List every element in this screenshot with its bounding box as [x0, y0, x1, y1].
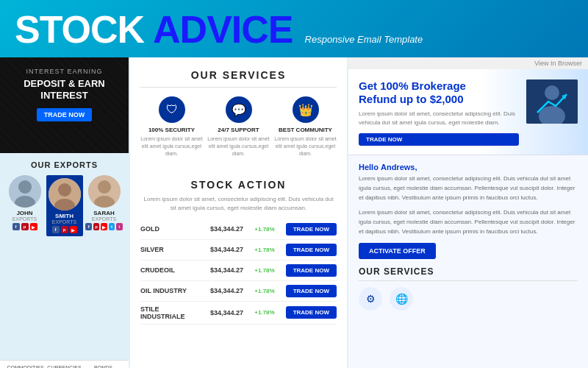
facebook-icon-smith[interactable]: f: [52, 226, 60, 233]
svg-point-4: [58, 183, 71, 197]
service-desc-0: Lorem ipsum dolor sit amet elit amet igu…: [140, 135, 203, 157]
hello-greeting: Hello Andrews,: [359, 163, 578, 171]
right-services-grid: ⚙ 🌐: [359, 287, 578, 311]
right-panel: View In Browser Get 100% Brokerage Refun…: [348, 57, 588, 368]
brokerage-desc: Lorem ipsum dolor sit amet, consectetur …: [359, 110, 519, 127]
commodity-commodities: COMMODITIES 91751.10 EUR: [6, 365, 44, 368]
brokerage-title-suffix: Refund up to $2,000: [359, 93, 464, 105]
commodity-bonds: BONDS 91751.10 EUR: [84, 365, 122, 368]
brokerage-title: Get 100% Brokerage Refund up to $2,000: [359, 79, 519, 106]
trade-btn-crudeoil[interactable]: TRADE NOW: [286, 264, 337, 277]
stock-change-stile: +1.78%: [254, 309, 274, 316]
stock-row-oil: OIL INDUSTRY $34,344.27 +1.78% TRADE NOW: [140, 281, 337, 302]
brokerage-image: [526, 79, 578, 124]
security-icon: 🛡: [159, 96, 185, 123]
stock-row-stile: STILE INDUSTRIALE $34,344.27 +1.78% TRAD…: [140, 302, 337, 325]
service-name-0: 100% SECURITY: [140, 127, 203, 133]
view-in-browser[interactable]: View In Browser: [348, 57, 588, 69]
header-subtitle: Responsive Email Template: [305, 34, 423, 45]
export-label-smith: EXPORTS: [49, 219, 81, 224]
facebook-icon[interactable]: f: [12, 223, 20, 230]
brokerage-title-highlight: 100% Brokerage: [380, 79, 466, 92]
stock-change-gold: +1.78%: [254, 226, 274, 233]
instagram-icon-sarah[interactable]: i: [116, 223, 122, 230]
right-services-title: OUR SERVICES: [359, 266, 578, 281]
pinterest-icon-smith[interactable]: p: [61, 226, 68, 233]
pinterest-icon[interactable]: p: [21, 223, 29, 230]
twitter-icon-sarah[interactable]: t: [109, 223, 115, 230]
header: STOCK ADVICE Responsive Email Template: [0, 0, 588, 57]
commodity-label-2: BONDS: [84, 365, 122, 368]
stock-action-title: STOCK ACTION: [140, 179, 337, 191]
trade-btn-gold[interactable]: TRADE NOW: [286, 223, 337, 236]
trade-btn-silver[interactable]: TRADE NOW: [286, 244, 337, 256]
community-icon: 👑: [293, 96, 319, 123]
trade-btn-stile[interactable]: TRADE NOW: [286, 306, 337, 319]
middle-panel: OUR SERVICES 🛡 100% SECURITY Lorem ipsum…: [130, 57, 347, 368]
hello-section: Hello Andrews, Lorem ipsum dolor sit ame…: [348, 155, 588, 368]
stock-price-oil: $34,344.27: [210, 287, 243, 294]
avatar-john: [9, 175, 41, 208]
service-security: 🛡 100% SECURITY Lorem ipsum dolor sit am…: [140, 96, 203, 157]
banner-subtitle: Interest Earning: [7, 68, 121, 75]
stock-table: GOLD $34,344.27 +1.78% TRADE NOW SILVER …: [140, 219, 337, 325]
export-label-sarah: EXPORTS: [86, 216, 123, 222]
trade-now-button-brokerage[interactable]: TRADE NOW: [359, 133, 519, 146]
svg-point-10: [545, 85, 559, 100]
facebook-icon-sarah[interactable]: f: [85, 223, 91, 230]
banner-title: DEPOSIT & EARN INTEREST: [7, 78, 121, 101]
stock-name-crudeoil: CRUDEOIL: [140, 266, 199, 274]
brokerage-title-prefix: Get: [359, 79, 380, 92]
deposit-banner: Interest Earning DEPOSIT & EARN INTEREST…: [0, 57, 129, 153]
hello-name: Andrews,: [381, 163, 417, 171]
hello-word: Hello: [359, 163, 379, 171]
stock-row-silver: SILVER $34,344.27 +1.78% TRADE NOW: [140, 240, 337, 261]
stock-name-stile: STILE INDUSTRIALE: [140, 305, 199, 320]
export-label-john: EXPORTS: [7, 216, 43, 222]
stock-name-gold: GOLD: [140, 225, 199, 233]
export-card-john: JOHN EXPORTS f p ▶: [7, 175, 43, 236]
service-community: 👑 BEST COMMUNITY Lorem ipsum dolor sit a…: [274, 96, 337, 157]
stock-price-gold: $34,344.27: [210, 225, 243, 233]
stock-name-silver: SILVER: [140, 246, 199, 253]
stock-change-crudeoil: +1.78%: [254, 267, 274, 274]
service-desc-2: Lorem ipsum dolor sit amet elit amet igu…: [274, 135, 337, 157]
main-content: Interest Earning DEPOSIT & EARN INTEREST…: [0, 57, 588, 368]
trade-btn-oil[interactable]: TRADE NOW: [286, 285, 337, 297]
avatar-sarah: [88, 175, 121, 208]
header-title-advice: ADVICE: [153, 7, 293, 52]
service-support: 💬 24/7 SUPPORT Lorem ipsum dolor sit ame…: [207, 96, 270, 157]
export-name-sarah: SARAH: [86, 210, 123, 216]
trade-now-button-banner[interactable]: TRADE NOW: [37, 108, 93, 121]
service-desc-1: Lorem ipsum dolor sit amet elit amet igu…: [207, 135, 270, 157]
services-grid: 🛡 100% SECURITY Lorem ipsum dolor sit am…: [140, 96, 337, 157]
service-name-1: 24/7 SUPPORT: [207, 127, 270, 133]
export-name-john: JOHN: [7, 210, 43, 216]
stock-price-silver: $34,344.27: [210, 246, 243, 253]
activate-offer-button[interactable]: ACTIVATE OFFER: [359, 243, 436, 259]
commodity-label-1: CURRENCIES: [45, 365, 83, 368]
youtube-icon-smith[interactable]: ▶: [70, 226, 77, 233]
export-card-sarah: SARAH EXPORTS f p ▶ t i: [86, 175, 123, 236]
stock-row-crudeoil: CRUDEOIL $34,344.27 +1.78% TRADE NOW: [140, 261, 337, 281]
export-card-smith: SMITH EXPORTS f p ▶: [46, 175, 83, 236]
svg-point-1: [18, 180, 32, 194]
exports-section: OUR EXPORTS JOHN EXPORTS f: [0, 153, 129, 244]
stock-price-crudeoil: $34,344.27: [210, 266, 243, 274]
hello-body-1: Lorem ipsum dolor sit amet, consectetur …: [359, 174, 578, 202]
brokerage-banner: Get 100% Brokerage Refund up to $2,000 L…: [348, 69, 588, 155]
left-panel: Interest Earning DEPOSIT & EARN INTEREST…: [0, 57, 129, 368]
services-section: OUR SERVICES 🛡 100% SECURITY Lorem ipsum…: [130, 57, 347, 171]
youtube-icon-sarah[interactable]: ▶: [101, 223, 107, 230]
avatar-smith: [49, 178, 81, 210]
hello-body-2: Lorem ipsum dolor sit amet, consectetur …: [359, 208, 578, 236]
right-service-icon-1: 🌐: [390, 287, 413, 311]
export-name-smith: SMITH: [49, 213, 81, 219]
youtube-icon[interactable]: ▶: [30, 223, 37, 230]
header-title-stock: STOCK: [15, 7, 144, 52]
pinterest-icon-sarah[interactable]: p: [93, 223, 99, 230]
stock-change-oil: +1.78%: [254, 288, 274, 294]
stock-row-gold: GOLD $34,344.27 +1.78% TRADE NOW: [140, 219, 337, 240]
exports-title: OUR EXPORTS: [6, 160, 123, 169]
services-title: OUR SERVICES: [140, 69, 337, 88]
